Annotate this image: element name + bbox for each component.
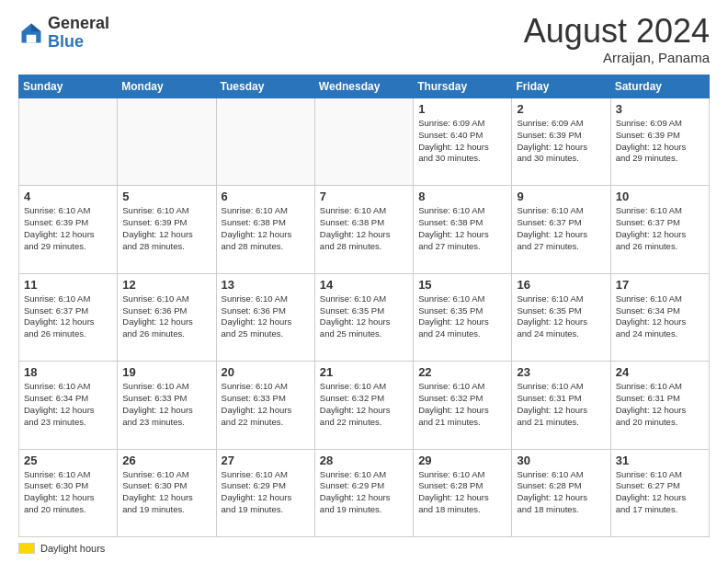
day-number: 28 xyxy=(320,454,408,467)
calendar-cell: 23Sunrise: 6:10 AM Sunset: 6:31 PM Dayli… xyxy=(512,362,610,449)
day-info: Sunrise: 6:10 AM Sunset: 6:34 PM Dayligh… xyxy=(616,293,704,340)
header-saturday: Saturday xyxy=(610,75,709,98)
calendar-cell: 3Sunrise: 6:09 AM Sunset: 6:39 PM Daylig… xyxy=(610,98,709,186)
location: Arraijan, Panama xyxy=(524,50,710,65)
calendar-week-2: 11Sunrise: 6:10 AM Sunset: 6:37 PM Dayli… xyxy=(19,273,710,361)
calendar-table: Sunday Monday Tuesday Wednesday Thursday… xyxy=(18,75,710,537)
calendar-cell: 13Sunrise: 6:10 AM Sunset: 6:36 PM Dayli… xyxy=(216,273,314,361)
calendar-cell: 16Sunrise: 6:10 AM Sunset: 6:35 PM Dayli… xyxy=(512,273,610,361)
calendar-cell: 15Sunrise: 6:10 AM Sunset: 6:35 PM Dayli… xyxy=(414,273,512,361)
day-number: 15 xyxy=(418,278,506,292)
calendar-cell: 8Sunrise: 6:10 AM Sunset: 6:38 PM Daylig… xyxy=(414,186,512,273)
day-number: 20 xyxy=(222,365,310,379)
day-number: 18 xyxy=(24,365,112,379)
day-info: Sunrise: 6:10 AM Sunset: 6:35 PM Dayligh… xyxy=(320,293,408,340)
title-block: August 2024 Arraijan, Panama xyxy=(524,15,710,65)
day-info: Sunrise: 6:10 AM Sunset: 6:30 PM Dayligh… xyxy=(122,469,210,516)
day-info: Sunrise: 6:10 AM Sunset: 6:27 PM Dayligh… xyxy=(616,469,704,516)
calendar-week-1: 4Sunrise: 6:10 AM Sunset: 6:39 PM Daylig… xyxy=(19,186,710,273)
calendar-week-0: 1Sunrise: 6:09 AM Sunset: 6:40 PM Daylig… xyxy=(19,98,710,186)
day-number: 29 xyxy=(418,454,506,467)
calendar-header-row: Sunday Monday Tuesday Wednesday Thursday… xyxy=(19,75,710,98)
header-wednesday: Wednesday xyxy=(314,75,413,98)
calendar-cell: 28Sunrise: 6:10 AM Sunset: 6:29 PM Dayli… xyxy=(314,449,413,536)
day-number: 17 xyxy=(616,278,704,292)
day-info: Sunrise: 6:10 AM Sunset: 6:33 PM Dayligh… xyxy=(122,381,210,428)
calendar-cell: 18Sunrise: 6:10 AM Sunset: 6:34 PM Dayli… xyxy=(19,362,118,449)
day-info: Sunrise: 6:10 AM Sunset: 6:37 PM Dayligh… xyxy=(517,205,605,252)
logo-icon xyxy=(18,20,44,46)
calendar-cell: 25Sunrise: 6:10 AM Sunset: 6:30 PM Dayli… xyxy=(19,449,118,536)
day-info: Sunrise: 6:09 AM Sunset: 6:40 PM Dayligh… xyxy=(418,118,506,165)
day-info: Sunrise: 6:10 AM Sunset: 6:35 PM Dayligh… xyxy=(517,293,605,340)
calendar-cell: 26Sunrise: 6:10 AM Sunset: 6:30 PM Dayli… xyxy=(118,449,216,536)
header-friday: Friday xyxy=(512,75,610,98)
day-info: Sunrise: 6:10 AM Sunset: 6:38 PM Dayligh… xyxy=(418,205,506,252)
footer: Daylight hours xyxy=(18,543,710,554)
day-number: 14 xyxy=(320,278,408,292)
calendar-cell: 4Sunrise: 6:10 AM Sunset: 6:39 PM Daylig… xyxy=(19,186,118,273)
day-number: 16 xyxy=(517,278,605,292)
day-number: 1 xyxy=(418,102,506,116)
day-number: 3 xyxy=(616,102,704,116)
day-info: Sunrise: 6:10 AM Sunset: 6:38 PM Dayligh… xyxy=(222,205,310,252)
day-number: 6 xyxy=(222,190,310,203)
day-number: 26 xyxy=(122,454,210,467)
calendar-cell: 21Sunrise: 6:10 AM Sunset: 6:32 PM Dayli… xyxy=(314,362,413,449)
logo: General Blue xyxy=(18,15,109,52)
svg-rect-2 xyxy=(27,35,37,43)
calendar-cell: 20Sunrise: 6:10 AM Sunset: 6:33 PM Dayli… xyxy=(216,362,314,449)
day-info: Sunrise: 6:10 AM Sunset: 6:31 PM Dayligh… xyxy=(517,381,605,428)
day-info: Sunrise: 6:10 AM Sunset: 6:38 PM Dayligh… xyxy=(320,205,408,252)
month-year: August 2024 xyxy=(524,15,710,48)
day-number: 12 xyxy=(122,278,210,292)
calendar-cell: 17Sunrise: 6:10 AM Sunset: 6:34 PM Dayli… xyxy=(610,273,709,361)
day-number: 2 xyxy=(517,102,605,116)
calendar-cell: 2Sunrise: 6:09 AM Sunset: 6:39 PM Daylig… xyxy=(512,98,610,186)
day-number: 31 xyxy=(616,454,704,467)
calendar-week-3: 18Sunrise: 6:10 AM Sunset: 6:34 PM Dayli… xyxy=(19,362,710,449)
day-number: 19 xyxy=(122,365,210,379)
day-info: Sunrise: 6:10 AM Sunset: 6:37 PM Dayligh… xyxy=(616,205,704,252)
calendar-cell: 24Sunrise: 6:10 AM Sunset: 6:31 PM Dayli… xyxy=(610,362,709,449)
day-info: Sunrise: 6:10 AM Sunset: 6:32 PM Dayligh… xyxy=(418,381,506,428)
day-number: 25 xyxy=(24,454,112,467)
daylight-swatch xyxy=(18,543,35,554)
day-number: 10 xyxy=(616,190,704,203)
day-number: 5 xyxy=(122,190,210,203)
day-number: 23 xyxy=(517,365,605,379)
calendar-cell: 7Sunrise: 6:10 AM Sunset: 6:38 PM Daylig… xyxy=(314,186,413,273)
day-number: 30 xyxy=(517,454,605,467)
day-info: Sunrise: 6:10 AM Sunset: 6:28 PM Dayligh… xyxy=(517,469,605,516)
day-info: Sunrise: 6:10 AM Sunset: 6:35 PM Dayligh… xyxy=(418,293,506,340)
svg-marker-1 xyxy=(31,23,41,31)
calendar-cell: 27Sunrise: 6:10 AM Sunset: 6:29 PM Dayli… xyxy=(216,449,314,536)
day-number: 13 xyxy=(222,278,310,292)
header-sunday: Sunday xyxy=(19,75,118,98)
day-info: Sunrise: 6:10 AM Sunset: 6:34 PM Dayligh… xyxy=(24,381,112,428)
day-number: 21 xyxy=(320,365,408,379)
header-monday: Monday xyxy=(118,75,216,98)
day-info: Sunrise: 6:10 AM Sunset: 6:29 PM Dayligh… xyxy=(222,469,310,516)
calendar-cell: 22Sunrise: 6:10 AM Sunset: 6:32 PM Dayli… xyxy=(414,362,512,449)
day-number: 9 xyxy=(517,190,605,203)
day-number: 22 xyxy=(418,365,506,379)
day-number: 7 xyxy=(320,190,408,203)
day-info: Sunrise: 6:10 AM Sunset: 6:39 PM Dayligh… xyxy=(122,205,210,252)
calendar-cell: 5Sunrise: 6:10 AM Sunset: 6:39 PM Daylig… xyxy=(118,186,216,273)
calendar-cell: 10Sunrise: 6:10 AM Sunset: 6:37 PM Dayli… xyxy=(610,186,709,273)
day-info: Sunrise: 6:10 AM Sunset: 6:31 PM Dayligh… xyxy=(616,381,704,428)
calendar-cell: 29Sunrise: 6:10 AM Sunset: 6:28 PM Dayli… xyxy=(414,449,512,536)
logo-blue: Blue xyxy=(48,32,84,51)
calendar-cell: 30Sunrise: 6:10 AM Sunset: 6:28 PM Dayli… xyxy=(512,449,610,536)
calendar-cell: 6Sunrise: 6:10 AM Sunset: 6:38 PM Daylig… xyxy=(216,186,314,273)
header-tuesday: Tuesday xyxy=(216,75,314,98)
calendar-cell: 11Sunrise: 6:10 AM Sunset: 6:37 PM Dayli… xyxy=(19,273,118,361)
day-info: Sunrise: 6:10 AM Sunset: 6:36 PM Dayligh… xyxy=(122,293,210,340)
logo-general: General xyxy=(48,14,109,32)
day-info: Sunrise: 6:10 AM Sunset: 6:28 PM Dayligh… xyxy=(418,469,506,516)
calendar-cell: 31Sunrise: 6:10 AM Sunset: 6:27 PM Dayli… xyxy=(610,449,709,536)
header: General Blue August 2024 Arraijan, Panam… xyxy=(18,15,710,65)
day-info: Sunrise: 6:10 AM Sunset: 6:30 PM Dayligh… xyxy=(24,469,112,516)
calendar-cell: 14Sunrise: 6:10 AM Sunset: 6:35 PM Dayli… xyxy=(314,273,413,361)
